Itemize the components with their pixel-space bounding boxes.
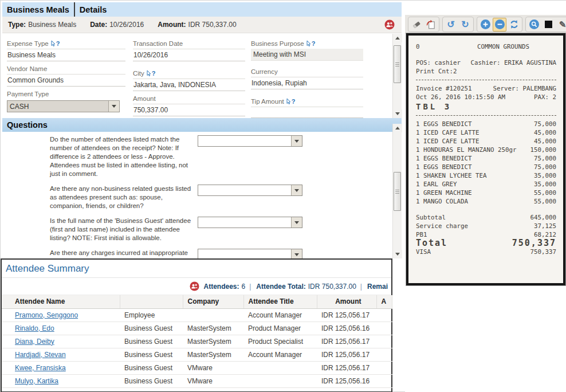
rotate-page-button[interactable] bbox=[424, 18, 437, 31]
scroll-up-arrow[interactable] bbox=[393, 34, 402, 42]
questions-title: Questions bbox=[2, 120, 52, 130]
question-answer-select[interactable] bbox=[198, 185, 302, 196]
amount-cell: IDR 125,056.17 bbox=[317, 361, 376, 374]
field-tip-amount: Tip Amount ? bbox=[251, 97, 363, 118]
rotate-left-button[interactable]: ↺ bbox=[445, 18, 457, 31]
receipt-grand-total: Total 750,337 bbox=[416, 239, 556, 248]
city-value[interactable]: Jakarta, Java, INDONESIA bbox=[133, 79, 245, 91]
receipt-paper: 0 COMMON GROUNDS POS: cashier Cashier: E… bbox=[408, 36, 563, 283]
eraser-button[interactable] bbox=[410, 18, 423, 31]
vendor-name-value[interactable]: Common Grounds bbox=[7, 75, 125, 87]
receipt-pax: PAX: 2 bbox=[534, 93, 556, 101]
receipt-item-line: 1 HONDURAS EL MANZANO 250gr150,000 bbox=[416, 146, 556, 154]
details-header-band: Business Meals Details bbox=[2, 2, 402, 17]
chevron-down-icon bbox=[108, 101, 119, 112]
receipt-payment-line: VISA 750,337 bbox=[416, 248, 556, 256]
field-currency: Currency Indonesia, Rupiah bbox=[251, 67, 363, 89]
scroll-up-arrow[interactable] bbox=[393, 124, 402, 132]
receipt-print-count: Print Cnt:2 bbox=[416, 67, 556, 76]
attendee-summary-panel: Attendee Summary Attendees: 6 | Attendee… bbox=[1, 258, 392, 392]
remaining-label-truncated: Remai bbox=[367, 283, 388, 291]
questions-list: Do the number of attendees listed match … bbox=[2, 132, 392, 258]
fill-square-button[interactable] bbox=[542, 18, 555, 31]
zoom-out-button[interactable] bbox=[493, 18, 506, 31]
col-extra-truncated[interactable]: A bbox=[376, 295, 392, 308]
field-help-icon[interactable]: ? bbox=[306, 40, 316, 47]
table-row: Hardjadi, Stevan Business Guest MasterSy… bbox=[2, 348, 392, 361]
attendee-summary-bar: Attendees: 6 | Attendee Total: IDR 750,3… bbox=[2, 278, 391, 295]
company-cell: MasterSystem bbox=[183, 322, 243, 335]
attendee-name-link[interactable]: Rinaldo, Edo bbox=[15, 324, 54, 332]
scroll-down-arrow[interactable] bbox=[393, 250, 402, 258]
receipt-item-line: 1 SHAKEN LYCHEE TEA35,000 bbox=[416, 171, 556, 180]
field-city: City ? Jakarta, Java, INDONESIA bbox=[133, 69, 245, 91]
attendee-name-link[interactable]: Mulyo, Kartika bbox=[15, 377, 58, 385]
tab-details[interactable]: Details bbox=[75, 5, 112, 14]
attendees-icon[interactable] bbox=[384, 19, 395, 30]
col-attendee-name[interactable]: Attendee Name bbox=[2, 295, 120, 308]
field-help-icon[interactable]: ? bbox=[51, 40, 60, 47]
expense-type-value[interactable]: Business Meals bbox=[7, 49, 125, 61]
attendee-type-cell: Business Guest bbox=[120, 374, 183, 387]
receipt-item-line: 1 EGGS BENEDICT75,000 bbox=[416, 154, 556, 163]
business-purpose-value[interactable]: Meeting with MSI bbox=[251, 49, 363, 61]
receipt-item-line: 1 MANGO COLADA55,000 bbox=[416, 197, 556, 206]
col-amount[interactable]: Amount bbox=[317, 295, 376, 308]
scrollbar-thumb[interactable] bbox=[394, 45, 401, 83]
attendee-total-value: IDR 750,337.00 bbox=[308, 283, 356, 291]
question-answer-select[interactable] bbox=[198, 217, 302, 228]
details-scrollbar[interactable] bbox=[392, 34, 402, 118]
chevron-down-icon bbox=[291, 217, 302, 228]
attendee-name-link[interactable]: Diana, Deiby bbox=[15, 338, 54, 346]
table-row: Mulyo, Kartika Business Guest VMware IDR… bbox=[2, 374, 392, 387]
currency-value[interactable]: Indonesia, Rupiah bbox=[251, 77, 363, 89]
zoom-in-button[interactable] bbox=[479, 18, 492, 31]
field-transaction-date: Transaction Date 10/26/2016 bbox=[133, 39, 245, 61]
transaction-date-value[interactable]: 10/26/2016 bbox=[133, 49, 245, 61]
receipt-divider bbox=[416, 115, 556, 116]
receipt-pos: POS: cashier bbox=[416, 58, 461, 67]
attendee-name-link[interactable]: Kwee, Fransiska bbox=[15, 364, 66, 372]
attendees-count-label: Attendees: bbox=[204, 283, 239, 291]
scrollbar-thumb[interactable] bbox=[394, 172, 401, 211]
tab-business-meals[interactable]: Business Meals bbox=[2, 5, 74, 14]
col-company[interactable]: Company bbox=[183, 295, 243, 308]
rotate-right-button[interactable]: ↻ bbox=[459, 18, 471, 31]
question-text: Is the full name of the 'Business Guest'… bbox=[50, 217, 194, 242]
attendee-table: Attendee Name Company Attendee Title Amo… bbox=[2, 295, 392, 388]
company-cell: VMware bbox=[183, 361, 243, 374]
attendee-type-cell: Employee bbox=[120, 308, 183, 322]
field-help-icon[interactable]: ? bbox=[286, 98, 296, 105]
refresh-button[interactable] bbox=[508, 18, 520, 31]
receipt-item-line: 1 EGGS BENEDICT75,000 bbox=[416, 163, 556, 171]
pencil-button[interactable]: ✎ bbox=[556, 18, 566, 31]
receipts-panel: Receipts ↺ ↻ bbox=[405, 1, 566, 392]
attendee-name-link[interactable]: Hardjadi, Stevan bbox=[15, 351, 66, 359]
magnifier-button[interactable] bbox=[528, 18, 540, 31]
tip-amount-value[interactable] bbox=[251, 107, 363, 118]
receipt-invoice: Invoice #120251 bbox=[416, 84, 472, 93]
amount-value[interactable]: 750,337.00 bbox=[133, 104, 245, 116]
attendee-name-link[interactable]: Pramono, Senggono bbox=[15, 311, 78, 319]
questions-scrollbar[interactable] bbox=[392, 124, 402, 258]
expense-app-window: Business Meals Details Type:Business Mea… bbox=[0, 0, 566, 392]
scroll-down-arrow[interactable] bbox=[393, 109, 402, 118]
attendees-count: 6 bbox=[242, 283, 246, 291]
field-business-purpose: Business Purpose ? Meeting with MSI bbox=[251, 39, 363, 61]
attendee-title-cell: Account Manager bbox=[243, 308, 317, 322]
question-answer-select[interactable] bbox=[198, 135, 302, 147]
summary-date: Date:10/26/2016 bbox=[90, 21, 144, 29]
field-help-icon[interactable]: ? bbox=[147, 70, 156, 77]
col-attendee-type[interactable] bbox=[120, 295, 183, 308]
attendee-title-cell: Product Specialist bbox=[243, 335, 317, 348]
company-cell: MasterSystem bbox=[183, 348, 243, 361]
receipt-total-line: Subtotal645,000 bbox=[416, 213, 556, 222]
questions-header-band: Questions bbox=[2, 118, 402, 132]
receipt-item-line: 1 EGGS BENEDICT75,000 bbox=[416, 120, 556, 128]
receipt-image-viewer[interactable]: 0 COMMON GROUNDS POS: cashier Cashier: E… bbox=[406, 33, 565, 285]
attendee-summary-title: Attendee Summary bbox=[2, 260, 391, 278]
table-row: Rinaldo, Edo Business Guest MasterSystem… bbox=[2, 322, 392, 335]
payment-type-select[interactable]: CASH bbox=[7, 100, 120, 112]
summary-type: Type:Business Meals bbox=[8, 21, 76, 29]
col-attendee-title[interactable]: Attendee Title bbox=[243, 295, 317, 308]
